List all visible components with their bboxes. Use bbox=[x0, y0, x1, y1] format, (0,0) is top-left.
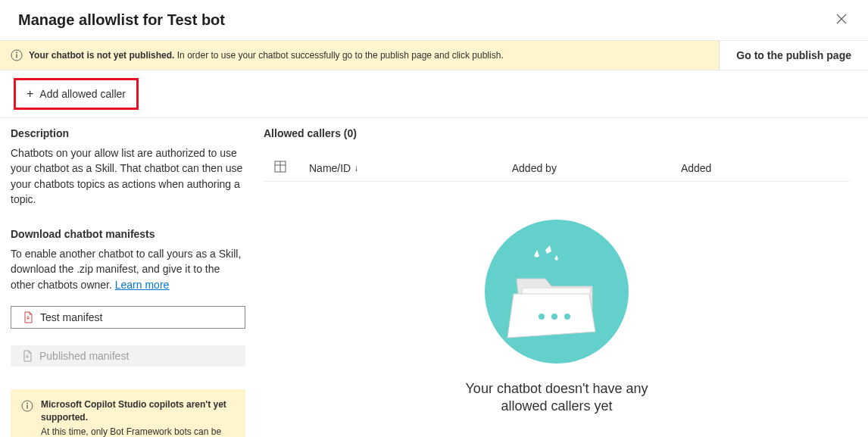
warning-title: Microsoft Copilot Studio copilots aren't… bbox=[41, 398, 235, 424]
notice-bold-text: Your chatbot is not yet published. bbox=[29, 50, 174, 61]
info-icon bbox=[21, 400, 33, 412]
download-manifests-text: To enable another chatbot to call yours … bbox=[11, 246, 245, 292]
add-caller-label: Add allowed caller bbox=[39, 88, 126, 100]
published-manifest-label: Published manifest bbox=[39, 350, 129, 362]
right-column: Allowed callers (0) Name/ID ↓ Added by A… bbox=[264, 127, 850, 437]
column-added[interactable]: Added bbox=[681, 162, 850, 174]
plus-icon: + bbox=[27, 88, 33, 100]
svg-point-10 bbox=[551, 314, 557, 320]
test-manifest-label: Test manifest bbox=[40, 311, 102, 323]
go-to-publish-button[interactable]: Go to the publish page bbox=[719, 41, 868, 70]
download-icon bbox=[21, 350, 33, 362]
svg-point-4 bbox=[27, 403, 28, 404]
manifest-buttons: Test manifest Published manifest bbox=[11, 295, 245, 367]
download-manifests-heading: Download chatbot manifests bbox=[11, 228, 245, 240]
empty-state-text: Your chatbot doesn't have any allowed ca… bbox=[458, 380, 655, 416]
published-manifest-button: Published manifest bbox=[11, 345, 245, 367]
toolbar: + Add allowed caller bbox=[0, 70, 868, 118]
notice-rest-text: In order to use your chatbot successfull… bbox=[174, 50, 503, 61]
column-added-by[interactable]: Added by bbox=[512, 162, 681, 174]
dialog-header: Manage allowlist for Test bot bbox=[0, 0, 868, 40]
add-allowed-caller-button[interactable]: + Add allowed caller bbox=[19, 83, 133, 105]
empty-state: Your chatbot doesn't have any allowed ca… bbox=[264, 182, 850, 416]
svg-point-9 bbox=[539, 314, 545, 320]
content-area: Description Chatbots on your allow list … bbox=[0, 118, 868, 437]
left-column: Description Chatbots on your allow list … bbox=[11, 127, 245, 437]
test-manifest-button[interactable]: Test manifest bbox=[11, 306, 245, 329]
svg-point-11 bbox=[564, 314, 570, 320]
warning-body: At this time, only Bot Framework bots ca… bbox=[41, 426, 235, 437]
table-header-row: Name/ID ↓ Added by Added bbox=[264, 155, 850, 182]
column-picker[interactable] bbox=[264, 161, 309, 175]
download-icon bbox=[22, 311, 34, 323]
learn-more-link[interactable]: Learn more bbox=[115, 279, 170, 291]
copilot-warning-box: Microsoft Copilot Studio copilots aren't… bbox=[11, 389, 245, 437]
allowed-callers-heading: Allowed callers (0) bbox=[264, 127, 850, 139]
columns-icon bbox=[274, 161, 286, 173]
svg-point-1 bbox=[16, 52, 17, 54]
sort-arrow-down-icon: ↓ bbox=[354, 163, 358, 173]
close-icon bbox=[836, 14, 847, 24]
description-text: Chatbots on your allow list are authoriz… bbox=[11, 145, 245, 207]
info-icon bbox=[11, 49, 23, 61]
description-heading: Description bbox=[11, 127, 245, 139]
svg-rect-2 bbox=[16, 55, 17, 58]
publish-notice-bar: Your chatbot is not yet published. In or… bbox=[0, 40, 868, 70]
highlight-annotation: + Add allowed caller bbox=[14, 78, 139, 110]
close-button[interactable] bbox=[833, 11, 850, 30]
column-name-id[interactable]: Name/ID ↓ bbox=[309, 162, 512, 174]
dialog-title: Manage allowlist for Test bot bbox=[18, 11, 225, 29]
empty-state-illustration bbox=[485, 220, 629, 364]
publish-notice-text: Your chatbot is not yet published. In or… bbox=[29, 50, 719, 61]
svg-rect-5 bbox=[27, 405, 27, 409]
